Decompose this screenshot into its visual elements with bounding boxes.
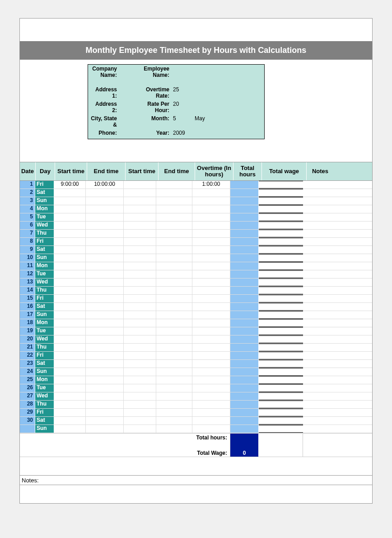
- cell-start1[interactable]: [54, 384, 86, 392]
- cell-date[interactable]: 25: [20, 376, 35, 384]
- cell-end2[interactable]: [156, 197, 192, 205]
- cell-date[interactable]: 26: [20, 384, 35, 392]
- cell-date[interactable]: 5: [20, 213, 35, 221]
- cell-end1[interactable]: [86, 409, 124, 416]
- cell-end2[interactable]: [156, 319, 192, 327]
- cell-end1[interactable]: [86, 319, 124, 327]
- cell-date[interactable]: 29: [20, 409, 35, 416]
- cell-date[interactable]: 13: [20, 278, 35, 286]
- cell-start2[interactable]: [124, 425, 156, 433]
- cell-end1[interactable]: [86, 392, 124, 400]
- cell-end1[interactable]: [86, 352, 124, 359]
- cell-end1[interactable]: [86, 303, 124, 311]
- cell-overtime[interactable]: [192, 401, 230, 408]
- cell-overtime[interactable]: [192, 344, 230, 351]
- cell-start1[interactable]: [54, 335, 86, 343]
- cell-start1[interactable]: [54, 262, 86, 270]
- cell-notes[interactable]: [303, 303, 330, 311]
- overtime-value[interactable]: 25: [171, 85, 193, 100]
- cell-date[interactable]: 14: [20, 287, 35, 294]
- cell-end1[interactable]: [86, 360, 124, 368]
- cell-end1[interactable]: [86, 287, 124, 294]
- cell-notes[interactable]: [303, 319, 330, 327]
- cell-start2[interactable]: [124, 352, 156, 359]
- cell-end1[interactable]: [86, 311, 124, 319]
- cell-overtime[interactable]: [192, 205, 230, 213]
- cell-end1[interactable]: [86, 213, 124, 221]
- cell-start2[interactable]: [124, 278, 156, 286]
- cell-start2[interactable]: [124, 327, 156, 335]
- cell-date[interactable]: 7: [20, 230, 35, 237]
- cell-overtime[interactable]: [192, 287, 230, 294]
- cell-notes[interactable]: [303, 205, 330, 213]
- cell-notes[interactable]: [303, 327, 330, 335]
- cell-notes[interactable]: [303, 311, 330, 319]
- cell-date[interactable]: 21: [20, 344, 35, 351]
- cell-overtime[interactable]: [192, 311, 230, 319]
- cell-overtime[interactable]: [192, 262, 230, 270]
- cell-date[interactable]: 28: [20, 401, 35, 408]
- cell-start1[interactable]: [54, 213, 86, 221]
- cell-end2[interactable]: [156, 254, 192, 262]
- cell-end1[interactable]: [86, 238, 124, 245]
- cell-notes[interactable]: [303, 344, 330, 351]
- cell-date[interactable]: 8: [20, 238, 35, 245]
- cell-overtime[interactable]: [192, 368, 230, 376]
- cell-start1[interactable]: [54, 401, 86, 408]
- cell-start1[interactable]: [54, 205, 86, 213]
- cell-start2[interactable]: [124, 213, 156, 221]
- cell-date[interactable]: 18: [20, 319, 35, 327]
- cell-overtime[interactable]: 1:00:00: [192, 181, 230, 189]
- cell-overtime[interactable]: [192, 335, 230, 343]
- cell-overtime[interactable]: [192, 376, 230, 384]
- cell-overtime[interactable]: [192, 246, 230, 254]
- cell-start1[interactable]: [54, 409, 86, 416]
- cell-end2[interactable]: [156, 335, 192, 343]
- cell-start1[interactable]: [54, 238, 86, 245]
- cell-start1[interactable]: [54, 295, 86, 302]
- cell-overtime[interactable]: [192, 254, 230, 262]
- employee-value[interactable]: [171, 65, 193, 79]
- cell-start1[interactable]: [54, 230, 86, 237]
- cell-end1[interactable]: [86, 222, 124, 229]
- cell-notes[interactable]: [303, 425, 330, 433]
- cell-start2[interactable]: [124, 360, 156, 368]
- cell-date[interactable]: 30: [20, 417, 35, 425]
- cell-date[interactable]: 24: [20, 368, 35, 376]
- city-value[interactable]: [119, 114, 140, 129]
- cell-end2[interactable]: [156, 295, 192, 302]
- cell-notes[interactable]: [303, 254, 330, 262]
- cell-notes[interactable]: [303, 213, 330, 221]
- cell-start1[interactable]: [54, 392, 86, 400]
- cell-overtime[interactable]: [192, 295, 230, 302]
- rate-value[interactable]: 20: [171, 100, 193, 114]
- cell-end1[interactable]: [86, 368, 124, 376]
- cell-start2[interactable]: [124, 189, 156, 197]
- cell-start1[interactable]: [54, 319, 86, 327]
- cell-start2[interactable]: [124, 246, 156, 254]
- cell-notes[interactable]: [303, 222, 330, 229]
- cell-end2[interactable]: [156, 213, 192, 221]
- cell-date[interactable]: 11: [20, 262, 35, 270]
- cell-start2[interactable]: [124, 368, 156, 376]
- cell-end2[interactable]: [156, 246, 192, 254]
- cell-overtime[interactable]: [192, 270, 230, 278]
- cell-date[interactable]: 12: [20, 270, 35, 278]
- cell-overtime[interactable]: [192, 189, 230, 197]
- cell-end1[interactable]: [86, 230, 124, 237]
- cell-notes[interactable]: [303, 417, 330, 425]
- cell-end2[interactable]: [156, 303, 192, 311]
- cell-notes[interactable]: [303, 335, 330, 343]
- cell-notes[interactable]: [303, 352, 330, 359]
- cell-start2[interactable]: [124, 287, 156, 294]
- cell-notes[interactable]: [303, 189, 330, 197]
- cell-end1[interactable]: [86, 417, 124, 425]
- cell-overtime[interactable]: [192, 278, 230, 286]
- cell-overtime[interactable]: [192, 213, 230, 221]
- cell-end2[interactable]: [156, 189, 192, 197]
- cell-end2[interactable]: [156, 238, 192, 245]
- cell-overtime[interactable]: [192, 238, 230, 245]
- cell-date[interactable]: 1: [20, 181, 35, 189]
- cell-start2[interactable]: [124, 335, 156, 343]
- cell-overtime[interactable]: [192, 409, 230, 416]
